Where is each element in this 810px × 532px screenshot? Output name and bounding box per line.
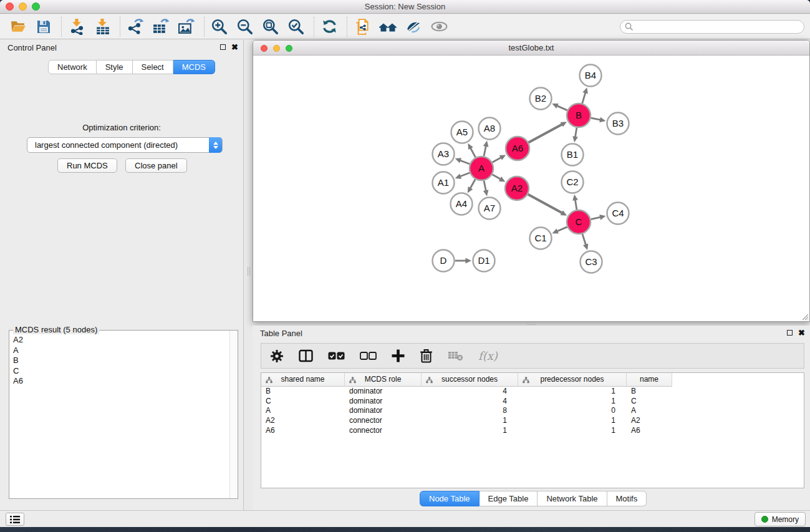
node-A[interactable]: A <box>470 157 493 180</box>
table-gear-button[interactable] <box>270 349 284 363</box>
cell-predecessor-nodes[interactable]: 0 <box>518 406 627 416</box>
table-row[interactable]: Cdominator41C <box>261 397 804 407</box>
toggle-graphics-details-button[interactable] <box>404 17 423 36</box>
birds-eye-view-button[interactable] <box>430 17 448 36</box>
split-view-button[interactable] <box>299 349 313 362</box>
select-all-checkboxes-button[interactable] <box>328 352 345 360</box>
cell-predecessor-nodes[interactable]: 1 <box>518 426 627 436</box>
edge-A-A6[interactable] <box>493 157 502 162</box>
node-A6[interactable]: A6 <box>506 137 529 160</box>
criterion-select[interactable]: largest connected component (directed) <box>27 137 223 153</box>
network-canvas[interactable]: B4B2BB3A8A5A6A3B1AC2A1A2A4A7C4CC1C3DD1 <box>253 56 809 321</box>
node-A5[interactable]: A5 <box>451 122 473 143</box>
export-table-button[interactable] <box>152 17 170 36</box>
home-button[interactable] <box>378 17 397 36</box>
column-header-successor-nodes[interactable]: successor nodes <box>422 373 518 387</box>
cell-name[interactable]: A <box>627 406 672 416</box>
import-table-button[interactable] <box>93 17 112 36</box>
memory-button[interactable]: Memory <box>755 512 806 526</box>
node-B3[interactable]: B3 <box>607 113 629 135</box>
edge-C-C1[interactable] <box>556 227 567 231</box>
cell-shared-name[interactable]: A6 <box>261 426 345 436</box>
result-scrollbar[interactable] <box>229 331 238 498</box>
vertical-splitter-handle[interactable] <box>248 267 250 276</box>
delete-table-button[interactable] <box>448 351 463 361</box>
column-header-MCDS-role[interactable]: MCDS role <box>345 373 422 387</box>
tab-network[interactable]: Network <box>48 60 97 74</box>
cell-successor-nodes[interactable]: 4 <box>422 397 518 407</box>
edge-B-B1[interactable] <box>575 128 577 138</box>
edge-C-C2[interactable] <box>575 199 577 210</box>
cell-MCDS-role[interactable]: dominator <box>345 397 422 407</box>
node-A8[interactable]: A8 <box>479 118 501 140</box>
cell-shared-name[interactable]: B <box>261 387 345 397</box>
result-item[interactable]: A2 <box>13 335 229 346</box>
cell-predecessor-nodes[interactable]: 1 <box>518 416 627 426</box>
cell-name[interactable]: A2 <box>627 416 672 426</box>
node-A1[interactable]: A1 <box>433 172 455 194</box>
cell-predecessor-nodes[interactable]: 1 <box>518 397 627 407</box>
column-header-name[interactable]: name <box>627 373 672 387</box>
edge-C-C4[interactable] <box>591 217 602 220</box>
cell-name[interactable]: A6 <box>627 426 672 436</box>
column-header-predecessor-nodes[interactable]: predecessor nodes <box>518 373 627 387</box>
node-C3[interactable]: C3 <box>581 251 602 273</box>
node-C[interactable]: C <box>567 210 591 234</box>
table-row[interactable]: A2connector11A2 <box>261 416 804 426</box>
cell-shared-name[interactable]: C <box>261 397 345 407</box>
edge-A-A1[interactable] <box>460 173 470 177</box>
run-mcds-button[interactable]: Run MCDS <box>57 158 117 173</box>
close-panel-button[interactable]: Close panel <box>125 158 187 173</box>
float-panel-icon[interactable] <box>220 44 226 50</box>
close-panel-icon[interactable]: ✖ <box>798 329 805 337</box>
node-A2[interactable]: A2 <box>505 177 529 200</box>
import-network-button[interactable] <box>67 17 86 36</box>
edge-A-A8[interactable] <box>484 145 486 156</box>
cell-successor-nodes[interactable]: 8 <box>422 406 518 416</box>
result-item[interactable]: A6 <box>13 376 229 387</box>
table-row[interactable]: Bdominator41B <box>261 387 804 397</box>
horizontal-splitter-handle[interactable] <box>527 322 536 325</box>
node-D1[interactable]: D1 <box>473 250 495 272</box>
export-network-button[interactable] <box>126 17 145 36</box>
cell-MCDS-role[interactable]: dominator <box>345 406 422 416</box>
edge-A-A3[interactable] <box>460 160 470 164</box>
function-builder-button[interactable]: f(x) <box>478 349 498 362</box>
node-B1[interactable]: B1 <box>562 144 584 166</box>
node-C4[interactable]: C4 <box>607 203 629 225</box>
resize-grip-icon[interactable] <box>800 312 809 321</box>
table-row[interactable]: A6connector11A6 <box>261 426 804 436</box>
cell-shared-name[interactable]: A <box>261 406 345 416</box>
node-B[interactable]: B <box>567 104 591 127</box>
export-image-button[interactable] <box>177 17 196 36</box>
tab-edge-table[interactable]: Edge Table <box>480 491 538 506</box>
delete-columns-button[interactable] <box>420 349 433 363</box>
edge-A-A7[interactable] <box>484 181 486 191</box>
panel-selector-button[interactable] <box>6 513 24 526</box>
tab-node-table[interactable]: Node Table <box>420 491 480 506</box>
cell-MCDS-role[interactable]: dominator <box>345 387 422 397</box>
float-panel-icon[interactable] <box>787 330 793 336</box>
node-D[interactable]: D <box>433 250 455 272</box>
result-item[interactable]: A <box>13 346 229 356</box>
edge-A-A5[interactable] <box>470 147 476 157</box>
column-header-shared-name[interactable]: shared name <box>261 373 345 387</box>
cell-name[interactable]: C <box>627 397 672 407</box>
zoom-selected-button[interactable] <box>287 17 306 36</box>
cell-name[interactable]: B <box>627 387 672 397</box>
result-item[interactable]: C <box>13 366 229 377</box>
mcds-result-list[interactable]: A2ABCA6 <box>9 332 229 498</box>
cell-successor-nodes[interactable]: 1 <box>422 426 518 436</box>
tab-style[interactable]: Style <box>97 60 133 74</box>
refresh-button[interactable] <box>320 17 339 36</box>
edge-A6-B[interactable] <box>529 124 563 143</box>
zoom-fit-button[interactable] <box>261 17 280 36</box>
save-session-button[interactable] <box>34 17 53 36</box>
node-C2[interactable]: C2 <box>562 172 584 193</box>
node-A3[interactable]: A3 <box>433 143 455 165</box>
close-panel-icon[interactable]: ✖ <box>231 43 238 51</box>
zoom-out-button[interactable] <box>236 17 254 36</box>
edge-B-B4[interactable] <box>582 92 586 103</box>
node-B2[interactable]: B2 <box>530 88 552 110</box>
edge-B-B2[interactable] <box>556 105 567 110</box>
